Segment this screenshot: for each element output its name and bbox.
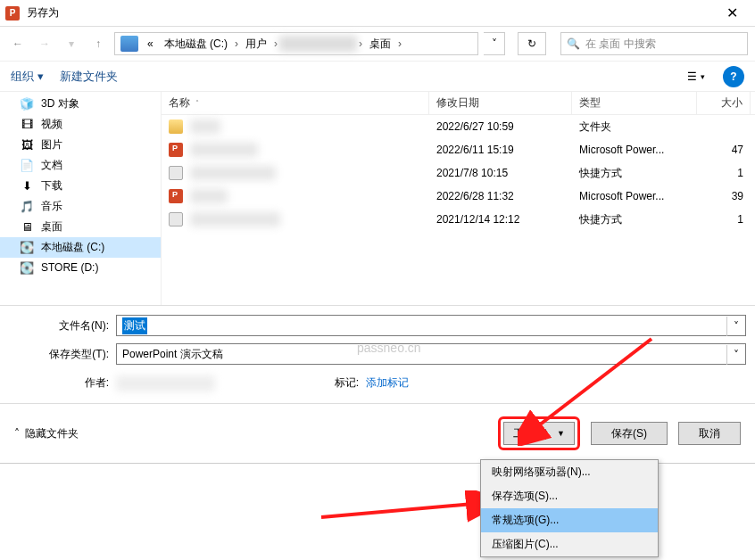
folder-icon [169, 119, 183, 134]
chevron-right-icon: › [233, 37, 240, 50]
file-pane: 名称˄ 修改日期 类型 大小 ███ 2022/6/27 10:59 文件夹 █… [161, 92, 755, 305]
tools-highlight: 工具(L) ▼ [498, 416, 580, 450]
cancel-button[interactable]: 取消 [678, 422, 741, 445]
tag-label: 标记: [295, 375, 366, 391]
hide-folders-toggle[interactable]: ˄ 隐藏文件夹 [14, 426, 79, 441]
crumb-users[interactable]: 用户 [240, 35, 272, 54]
music-icon: 🎵 [20, 200, 34, 214]
new-folder-button[interactable]: 新建文件夹 [60, 69, 118, 85]
content-area: 🧊3D 对象 🎞视频 🖼图片 📄文档 ⬇下载 🎵音乐 🖥桌面 💽本地磁盘 (C:… [0, 91, 755, 305]
sidebar-item-pictures[interactable]: 🖼图片 [0, 135, 161, 155]
shortcut-icon [169, 166, 183, 180]
sidebar-item-documents[interactable]: 📄文档 [0, 155, 161, 176]
col-size[interactable]: 大小 [697, 92, 751, 114]
crumb-local-disk[interactable]: 本地磁盘 (C:) [159, 35, 233, 54]
file-columns-header: 名称˄ 修改日期 类型 大小 [162, 92, 755, 115]
filename-value: 测试 [122, 317, 147, 334]
savetype-select[interactable]: PowerPoint 演示文稿 ˅ [116, 343, 746, 365]
tools-button[interactable]: 工具(L) ▼ [503, 422, 575, 445]
breadcrumb[interactable]: « 本地磁盘 (C:) › 用户 › ██████ › 桌面 › [114, 32, 478, 55]
picture-icon: 🖼 [20, 138, 34, 152]
window-title: 另存为 [27, 5, 714, 21]
crumb-sep: « [142, 36, 159, 52]
breadcrumb-dropdown[interactable]: ˅ [484, 32, 505, 55]
toolbar: 组织 ▾ 新建文件夹 ☰ ▾ ? [0, 61, 755, 91]
tag-input[interactable]: 添加标记 [366, 375, 544, 391]
search-input[interactable]: 🔍 在 桌面 中搜索 [560, 32, 748, 55]
forward-button[interactable]: → [34, 33, 55, 54]
sidebar-item-downloads[interactable]: ⬇下载 [0, 176, 161, 196]
file-rows: ███ 2022/6/27 10:59 文件夹 ████████ 2022/6/… [162, 115, 755, 231]
disk-icon: 💽 [20, 260, 34, 275]
sidebar-item-3d-objects[interactable]: 🧊3D 对象 [0, 94, 161, 114]
form-area: 文件名(N): 测试 ˅ 保存类型(T): PowerPoint 演示文稿 ˅ … [0, 305, 755, 403]
chevron-right-icon: › [396, 37, 403, 50]
crumb-desktop[interactable]: 桌面 [364, 35, 396, 54]
sidebar-item-store-d[interactable]: 💽STORE (D:) [0, 258, 161, 277]
sidebar-item-local-disk-c[interactable]: 💽本地磁盘 (C:) [0, 237, 161, 258]
menu-save-options[interactable]: 保存选项(S)... [481, 484, 658, 508]
titlebar: P 另存为 ✕ [0, 0, 755, 27]
menu-map-network-drive[interactable]: 映射网络驱动器(N)... [481, 460, 658, 484]
sidebar-item-music[interactable]: 🎵音乐 [0, 196, 161, 217]
chevron-down-icon: ▼ [557, 429, 565, 438]
download-icon: ⬇ [20, 179, 34, 194]
chevron-up-icon: ˄ [14, 427, 20, 440]
author-label: 作者: [9, 375, 116, 391]
navbar: ← → ▾ ↑ « 本地磁盘 (C:) › 用户 › ██████ › 桌面 ›… [0, 27, 755, 61]
cube-icon: 🧊 [20, 97, 34, 111]
chevron-right-icon: › [272, 37, 279, 50]
powerpoint-app-icon: P [5, 6, 20, 21]
save-button[interactable]: 保存(S) [591, 422, 668, 445]
filename-dropdown[interactable]: ˅ [726, 317, 744, 336]
table-row[interactable]: ████████ 2022/6/11 15:19 Microsoft Power… [162, 138, 755, 161]
shortcut-icon [169, 212, 183, 226]
table-row[interactable]: ████ 2022/6/28 11:32 Microsoft Power... … [162, 185, 755, 208]
filename-label: 文件名(N): [9, 318, 116, 334]
search-placeholder: 在 桌面 中搜索 [585, 37, 656, 52]
savetype-label: 保存类型(T): [9, 347, 116, 362]
tools-menu: 映射网络驱动器(N)... 保存选项(S)... 常规选项(G)... 压缩图片… [480, 459, 659, 557]
disk-icon: 💽 [20, 241, 34, 255]
table-row[interactable]: ██████ ████ 2021/7/8 10:15 快捷方式 1 [162, 161, 755, 185]
chevron-down-icon: ▾ [701, 72, 705, 81]
table-row[interactable]: E██████████ 2021/12/14 12:12 快捷方式 1 [162, 208, 755, 231]
filename-input[interactable]: 测试 ˅ [116, 315, 746, 336]
crumb-username[interactable]: ██████ [279, 36, 357, 52]
up-button[interactable]: ↑ [87, 33, 109, 54]
powerpoint-file-icon [169, 143, 183, 157]
col-date[interactable]: 修改日期 [429, 92, 572, 114]
sidebar: 🧊3D 对象 🎞视频 🖼图片 📄文档 ⬇下载 🎵音乐 🖥桌面 💽本地磁盘 (C:… [0, 92, 161, 305]
sidebar-item-videos[interactable]: 🎞视频 [0, 114, 161, 135]
recent-dropdown[interactable]: ▾ [61, 33, 82, 54]
video-icon: 🎞 [20, 118, 34, 132]
help-button[interactable]: ? [723, 66, 744, 87]
savetype-dropdown[interactable]: ˅ [726, 345, 744, 365]
folder-icon [120, 36, 138, 52]
powerpoint-file-icon [169, 189, 183, 203]
bottom-bar: ˄ 隐藏文件夹 工具(L) ▼ 保存(S) 取消 [0, 403, 755, 463]
chevron-right-icon: › [357, 37, 364, 50]
refresh-button[interactable]: ↻ [518, 32, 546, 55]
sort-up-icon: ˄ [195, 99, 199, 107]
menu-general-options[interactable]: 常规选项(G)... [481, 508, 658, 532]
menu-compress-pictures[interactable]: 压缩图片(C)... [481, 532, 658, 556]
document-icon: 📄 [20, 159, 34, 173]
list-view-icon: ☰ [687, 70, 697, 83]
search-icon: 🔍 [567, 37, 580, 50]
organize-button[interactable]: 组织 ▾ [11, 69, 44, 85]
close-button[interactable]: ✕ [714, 1, 750, 26]
desktop-icon: 🖥 [20, 220, 34, 235]
author-value[interactable]: ██████ [116, 375, 215, 391]
col-name[interactable]: 名称˄ [162, 92, 429, 114]
view-options-button[interactable]: ☰ ▾ [685, 66, 707, 87]
back-button[interactable]: ← [7, 33, 29, 54]
col-type[interactable]: 类型 [572, 92, 697, 114]
savetype-value: PowerPoint 演示文稿 [122, 347, 223, 362]
sidebar-item-desktop[interactable]: 🖥桌面 [0, 217, 161, 237]
table-row[interactable]: ███ 2022/6/27 10:59 文件夹 [162, 115, 755, 138]
